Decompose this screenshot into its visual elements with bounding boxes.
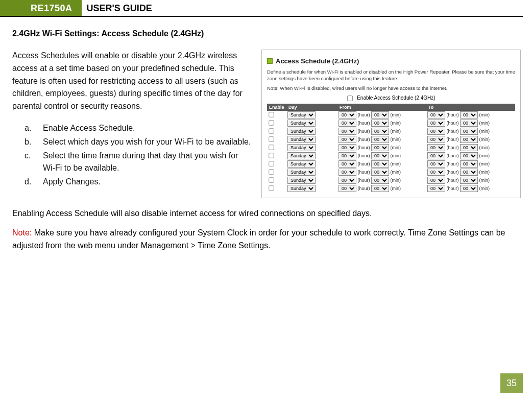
row-enable-checkbox[interactable] [269,136,274,141]
to-hour-select[interactable]: 00 [427,111,445,118]
to-hour-select[interactable]: 00 [427,128,445,135]
step-item: c.Select the time frame during that day … [25,150,251,175]
min-label: (min) [478,145,490,150]
table-row: Sunday00 (hour) 00 (min)00 (hour) 00 (mi… [267,119,515,127]
hour-label: (hour) [445,161,460,167]
day-select[interactable]: Sunday [287,144,316,151]
row-enable-checkbox[interactable] [269,128,274,133]
to-hour-select[interactable]: 00 [427,152,445,159]
row-enable-checkbox[interactable] [269,185,274,191]
to-min-select[interactable]: 00 [460,177,478,184]
to-hour-select[interactable]: 00 [427,177,445,184]
th-enable: Enable [267,104,286,111]
hour-label: (hour) [356,153,371,158]
day-select[interactable]: Sunday [287,169,316,176]
figure-title: Access Schedule (2.4GHz) [276,57,359,65]
table-row: Sunday00 (hour) 00 (min)00 (hour) 00 (mi… [267,168,515,176]
from-min-select[interactable]: 00 [371,120,389,127]
from-min-select[interactable]: 00 [371,128,389,135]
hour-label: (hour) [445,178,460,183]
from-min-select[interactable]: 00 [371,136,389,143]
square-bullet-icon [267,58,273,64]
header-title: USER'S GUIDE [82,1,152,16]
step-text: Select which days you wish for your Wi-F… [43,136,251,149]
min-label: (min) [478,121,490,126]
page-number: 35 [500,373,523,393]
table-row: Sunday00 (hour) 00 (min)00 (hour) 00 (mi… [267,176,515,184]
to-hour-select[interactable]: 00 [427,185,445,192]
table-row: Sunday00 (hour) 00 (min)00 (hour) 00 (mi… [267,135,515,144]
day-select[interactable]: Sunday [287,111,316,118]
from-min-select[interactable]: 00 [371,185,389,192]
lower-paragraph-2: Note: Make sure you have already configu… [12,227,521,252]
enable-access-schedule-checkbox[interactable] [347,96,353,101]
intro-paragraph: Access Schedules will enable or disable … [12,50,251,113]
day-select[interactable]: Sunday [287,128,316,135]
figure-note: Note: When Wi-Fi is disabled, wired user… [267,85,515,91]
hour-label: (hour) [445,129,460,134]
to-min-select[interactable]: 00 [460,136,478,143]
from-hour-select[interactable]: 00 [338,177,356,184]
from-min-select[interactable]: 00 [371,177,389,184]
th-day: Day [286,104,337,111]
from-hour-select[interactable]: 00 [338,136,356,143]
from-min-select[interactable]: 00 [371,152,389,159]
table-row: Sunday00 (hour) 00 (min)00 (hour) 00 (mi… [267,160,515,168]
header-model-tab: RE1750A [0,0,82,16]
step-marker: b. [25,136,34,149]
to-min-select[interactable]: 00 [460,185,478,192]
row-enable-checkbox[interactable] [269,177,274,182]
step-text: Apply Changes. [43,176,101,188]
to-hour-select[interactable]: 00 [427,160,445,168]
from-min-select[interactable]: 00 [371,144,389,151]
from-hour-select[interactable]: 00 [338,128,356,135]
to-min-select[interactable]: 00 [460,128,478,135]
min-label: (min) [478,161,490,167]
hour-label: (hour) [445,137,460,142]
table-row: Sunday00 (hour) 00 (min)00 (hour) 00 (mi… [267,152,515,160]
figure-description: Define a schedule for when Wi-Fi is enab… [267,69,515,82]
from-hour-select[interactable]: 00 [338,185,356,192]
to-min-select[interactable]: 00 [460,111,478,118]
day-select[interactable]: Sunday [287,185,316,192]
row-enable-checkbox[interactable] [269,169,274,174]
schedule-table: Enable Day From To Sunday00 (hour) 00 (m… [267,104,515,193]
day-select[interactable]: Sunday [287,120,316,127]
min-label: (min) [478,137,490,142]
from-min-select[interactable]: 00 [371,160,389,168]
from-min-select[interactable]: 00 [371,111,389,118]
from-hour-select[interactable]: 00 [338,111,356,118]
row-enable-checkbox[interactable] [269,112,274,117]
day-select[interactable]: Sunday [287,152,316,159]
min-label: (min) [389,137,401,142]
to-min-select[interactable]: 00 [460,160,478,168]
day-select[interactable]: Sunday [287,177,316,184]
from-min-select[interactable]: 00 [371,169,389,176]
lower-paragraph-1: Enabling Access Schedule will also disab… [12,207,521,220]
from-hour-select[interactable]: 00 [338,120,356,127]
day-select[interactable]: Sunday [287,160,316,168]
to-hour-select[interactable]: 00 [427,136,445,143]
from-hour-select[interactable]: 00 [338,152,356,159]
row-enable-checkbox[interactable] [269,120,274,125]
to-min-select[interactable]: 00 [460,169,478,176]
row-enable-checkbox[interactable] [269,161,274,166]
to-min-select[interactable]: 00 [460,120,478,127]
to-hour-select[interactable]: 00 [427,169,445,176]
row-enable-checkbox[interactable] [269,145,274,150]
to-min-select[interactable]: 00 [460,152,478,159]
row-enable-checkbox[interactable] [269,153,274,158]
to-hour-select[interactable]: 00 [427,144,445,151]
min-label: (min) [389,145,401,150]
from-hour-select[interactable]: 00 [338,169,356,176]
hour-label: (hour) [445,170,460,175]
min-label: (min) [478,112,490,117]
to-hour-select[interactable]: 00 [427,120,445,127]
hour-label: (hour) [445,186,460,191]
min-label: (min) [389,161,401,167]
from-hour-select[interactable]: 00 [338,144,356,151]
day-select[interactable]: Sunday [287,136,316,143]
to-min-select[interactable]: 00 [460,144,478,151]
from-hour-select[interactable]: 00 [338,160,356,168]
hour-label: (hour) [445,145,460,150]
